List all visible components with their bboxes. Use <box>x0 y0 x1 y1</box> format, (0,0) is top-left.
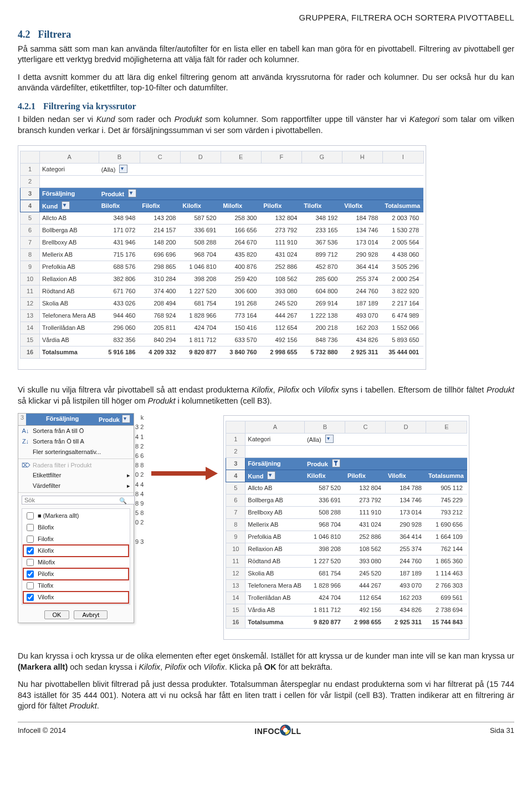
cell-label: Försäljning <box>46 415 79 424</box>
italic-text: Produkt <box>148 396 176 405</box>
option-label: Bilofix <box>38 523 54 532</box>
text: Vi skulle nu vilja filtrera vår pivottab… <box>18 385 252 394</box>
pivot-screenshot-1: ABCDEFGHI1Kategori(Alla) 23FörsäljningPr… <box>18 145 426 370</box>
dropdown-icon[interactable] <box>267 471 275 480</box>
dropdown-icon[interactable] <box>128 189 136 197</box>
dropdown-icon[interactable] <box>325 435 334 443</box>
cancel-button[interactable]: Avbryt <box>74 610 108 619</box>
filter-checkbox-list: ■ (Markera allt)BilofixFilofixKilofixMil… <box>22 508 130 605</box>
checkbox[interactable] <box>27 570 34 578</box>
filter-option[interactable]: Kilofix <box>23 545 129 557</box>
section-title: Filtrera <box>38 29 71 40</box>
option-label: Milofix <box>38 558 55 567</box>
cell-label: Produk <box>99 416 120 423</box>
ok-button[interactable]: OK <box>44 610 70 619</box>
menu-label: Fler sorteringsalternativ... <box>33 448 101 456</box>
text: för att bekräfta. <box>276 662 332 671</box>
footer-right: Sida 31 <box>490 726 514 736</box>
menu-label: Etikettfilter <box>33 471 61 480</box>
row-number: 3 <box>18 414 26 425</box>
dropdown-icon[interactable] <box>62 201 70 210</box>
italic-text: Pilofix <box>165 662 186 671</box>
checkbox[interactable] <box>27 594 34 601</box>
italic-text: Pilofix <box>278 385 299 394</box>
menu-item-sort-az[interactable]: A↓Sortera från A till Ö <box>18 426 134 436</box>
filter-search-input[interactable] <box>22 496 135 504</box>
italic-text: Produkt <box>69 701 97 710</box>
bold-text: OK <box>264 662 277 671</box>
option-label: Tilofix <box>38 582 53 590</box>
footer-logo: INFOCLL <box>254 725 301 737</box>
paragraph: Du kan kryssa i och kryssa ur de olika e… <box>18 651 514 672</box>
text: som rader och <box>115 115 175 124</box>
italic-text: Produkt <box>487 385 514 394</box>
filter-funnel-icon[interactable] <box>332 459 340 467</box>
italic-text: Kilofix <box>252 385 273 394</box>
italic-text: Kund <box>96 115 115 124</box>
menu-item-label-filter[interactable]: Etikettfilter▸ <box>18 470 134 481</box>
chevron-right-icon: ▸ <box>127 471 130 480</box>
menu-item-value-filter[interactable]: Värdefilter▸ <box>18 481 134 491</box>
pivot-table-1: ABCDEFGHI1Kategori(Alla) 23FörsäljningPr… <box>20 151 424 359</box>
text: I bilden nedan ser vi <box>18 115 96 124</box>
section-heading: 4.2 Filtrera <box>18 28 514 41</box>
text: syns i tabellen. Eftersom de tillhör fäl… <box>339 385 487 394</box>
filter-option[interactable]: Filofix <box>23 533 129 545</box>
checkbox[interactable] <box>27 559 34 566</box>
filter-option[interactable]: Bilofix <box>23 522 129 533</box>
section-number: 4.2 <box>18 29 30 40</box>
paragraph: På samma sätt som man kan använda filter… <box>18 44 514 65</box>
subsection-number: 4.2.1 <box>18 101 35 111</box>
option-label: Pilofix <box>38 570 54 578</box>
checkbox[interactable] <box>27 536 34 543</box>
subsection-title: Filtrering via kryssrutor <box>43 101 136 111</box>
filter-option[interactable]: ■ (Markera allt) <box>23 510 129 522</box>
filter-option[interactable]: Pilofix <box>23 568 129 580</box>
menu-item-more-sort[interactable]: Fler sorteringsalternativ... <box>18 447 134 457</box>
paragraph: Nu har pivottabellen blivit filtrerad på… <box>18 679 514 712</box>
pivot-screenshot-2: ABCDE1Kategori(Alla) 23FörsäljningProduk… <box>223 415 469 640</box>
bold-text: (Markera allt) <box>18 662 68 671</box>
menu-label: Sortera från A till Ö <box>33 427 84 435</box>
text: som kolumner. Som rapportfilter uppe til… <box>202 115 410 124</box>
text: så klickar vi på listpilen till höger om <box>18 396 148 405</box>
clear-filter-icon: ⌦ <box>22 461 29 470</box>
filter-menu-wrap: 3 Försäljning Produk A↓Sortera från A ti… <box>18 413 134 623</box>
arrow-icon <box>151 467 218 478</box>
text: Du kan kryssa i och kryssa ur de olika e… <box>18 651 514 660</box>
cropped-numbers: k3 24 18 26 68 80 24 48 48 95 80 29 3 <box>135 413 145 547</box>
filter-option[interactable]: Milofix <box>23 557 129 568</box>
option-label: ■ (Markera allt) <box>38 512 79 520</box>
checkbox[interactable] <box>27 524 34 531</box>
sort-az-icon: A↓ <box>22 427 29 435</box>
text: . Klicka på <box>225 662 264 671</box>
figure-row: 3 Försäljning Produk A↓Sortera från A ti… <box>18 413 514 640</box>
option-label: Kilofix <box>38 547 54 555</box>
text: och sedan kryssa i <box>68 662 139 671</box>
option-label: Vilofix <box>38 593 54 602</box>
dropdown-icon[interactable] <box>122 415 130 423</box>
search-icon: 🔍 <box>119 497 127 505</box>
text: (cell B3) <box>240 396 269 405</box>
checkbox[interactable] <box>27 512 34 519</box>
checkbox[interactable] <box>27 582 34 589</box>
subsection-heading: 4.2.1 Filtrering via kryssrutor <box>18 100 514 113</box>
logo-ring-icon <box>280 725 291 736</box>
menu-label: Sortera från Ö till A <box>33 437 84 446</box>
paragraph: Vi skulle nu vilja filtrera vår pivottab… <box>18 385 514 406</box>
paragraph: I bilden nedan ser vi Kund som rader och… <box>18 114 514 136</box>
option-label: Filofix <box>38 535 54 543</box>
menu-item-clear-filter: ⌦Radera filter i Produkt <box>18 460 134 471</box>
italic-text: Vilofix <box>318 385 339 394</box>
filter-option[interactable]: Vilofix <box>23 592 129 603</box>
sort-za-icon: Z↓ <box>22 437 29 446</box>
italic-text: Kategori <box>410 115 439 124</box>
page-footer: Infocell © 2014 INFOCLL Sida 31 <box>18 722 514 737</box>
filter-option[interactable]: Tilofix <box>23 580 129 592</box>
checkbox[interactable] <box>27 547 34 554</box>
italic-text: Produkt <box>175 115 202 124</box>
italic-text: Vilofix <box>203 662 224 671</box>
text: i kolumnetiketten <box>176 396 241 405</box>
dropdown-icon[interactable] <box>119 165 127 173</box>
menu-item-sort-za[interactable]: Z↓Sortera från Ö till A <box>18 436 134 447</box>
